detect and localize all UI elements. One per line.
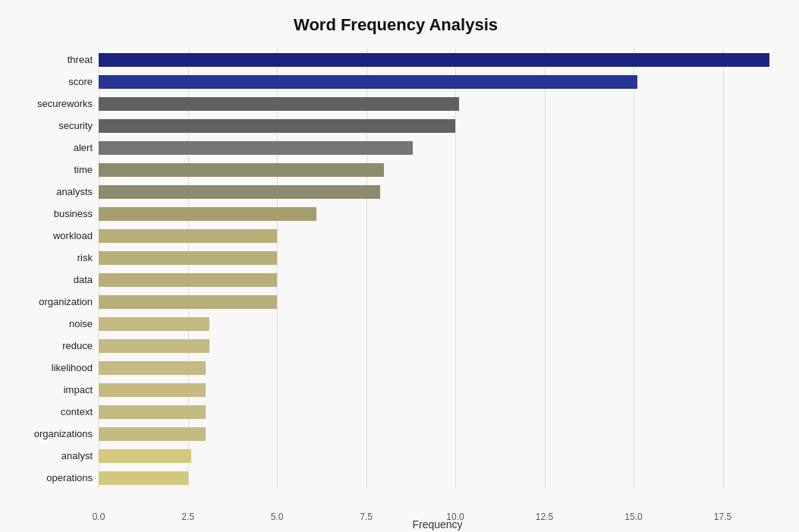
y-label: business: [15, 209, 93, 219]
bar-row: [99, 404, 776, 420]
bar-row: [99, 228, 776, 244]
bar-row: [99, 140, 776, 156]
y-label: operations: [15, 473, 93, 483]
bar: [99, 229, 277, 243]
bar: [99, 97, 459, 111]
bars-wrapper: [99, 49, 776, 489]
bar: [99, 207, 316, 221]
bar-row: [99, 206, 776, 222]
y-label: impact: [15, 385, 93, 395]
bar: [99, 251, 277, 265]
y-label: data: [15, 275, 93, 285]
bar-row: [99, 96, 776, 112]
y-label: reduce: [15, 341, 93, 351]
y-label: secureworks: [15, 99, 93, 109]
bar: [99, 163, 384, 177]
y-label: context: [15, 407, 93, 417]
bar-row: [99, 360, 776, 376]
y-label: likelihood: [15, 363, 93, 373]
bar-row: [99, 294, 776, 310]
y-label: workload: [15, 231, 93, 241]
y-label: organization: [15, 297, 93, 307]
bar: [99, 471, 188, 485]
y-label: noise: [15, 319, 93, 329]
chart-title: Word Frequency Analysis: [15, 15, 776, 35]
bar-row: [99, 74, 776, 90]
y-label: analyst: [15, 451, 93, 461]
bar: [99, 427, 206, 441]
y-label: security: [15, 121, 93, 131]
bar-row: [99, 272, 776, 288]
y-labels: threatscoresecureworkssecurityalerttimea…: [15, 49, 99, 489]
y-label: organizations: [15, 429, 93, 439]
bar: [99, 295, 277, 309]
bar: [99, 449, 191, 463]
bar-row: [99, 382, 776, 398]
chart-container: Word Frequency Analysis threatscoresecur…: [0, 0, 799, 532]
bar: [99, 383, 206, 397]
bar: [99, 141, 413, 155]
bar-row: [99, 52, 776, 68]
bar: [99, 361, 206, 375]
y-label: analysts: [15, 187, 93, 197]
chart-area: threatscoresecureworkssecurityalerttimea…: [15, 49, 776, 489]
bar: [99, 273, 277, 287]
y-label: alert: [15, 143, 93, 153]
bar-row: [99, 338, 776, 354]
bar-row: [99, 162, 776, 178]
bar: [99, 75, 637, 89]
bar-row: [99, 316, 776, 332]
bar: [99, 405, 206, 419]
bar: [99, 317, 209, 331]
bar: [99, 339, 209, 353]
bar: [99, 53, 769, 67]
bar-row: [99, 184, 776, 200]
bar-row: [99, 448, 776, 464]
bar-row: [99, 426, 776, 442]
y-label: risk: [15, 253, 93, 263]
bar: [99, 185, 380, 199]
x-axis-label: Frequency: [99, 518, 776, 530]
y-label: time: [15, 165, 93, 175]
bar: [99, 119, 455, 133]
y-label: score: [15, 77, 93, 87]
bar-row: [99, 118, 776, 134]
bars-and-grid: 0.02.55.07.510.012.515.017.5 Frequency: [99, 49, 776, 489]
bar-row: [99, 470, 776, 486]
bar-row: [99, 250, 776, 266]
y-label: threat: [15, 55, 93, 65]
